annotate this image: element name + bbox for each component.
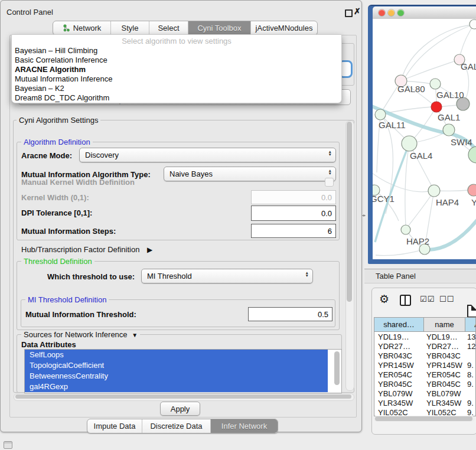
network-icon: [63, 24, 70, 32]
node-label: SWI4: [451, 137, 472, 147]
tab-impute-data[interactable]: Impute Data: [87, 419, 142, 433]
table-row[interactable]: YLR345WYLR345W9.: [374, 398, 475, 407]
table-panel-titlebar: Table Panel: [364, 269, 476, 283]
table-cell: 9.: [465, 399, 476, 407]
node-table[interactable]: shared…nameA YDL19…YDL19…13YDR27…YDR27…1…: [374, 317, 476, 416]
network-node-gal11[interactable]: [375, 109, 386, 120]
tab-jactivemnodules[interactable]: jActiveMNodules: [251, 21, 317, 35]
kernel-width-field[interactable]: 0.0: [251, 190, 336, 204]
table-cell: YBR043C: [374, 351, 424, 360]
table-hscrollbar-thumb[interactable]: [375, 416, 472, 421]
collapsed-arrow-icon[interactable]: ▶: [147, 246, 152, 254]
table-row[interactable]: YBR043CYBR043C: [374, 351, 475, 360]
new-table-icon[interactable]: [467, 305, 476, 318]
algorithm-popup-item[interactable]: Bayesian – K2: [12, 84, 341, 93]
network-node[interactable]: [470, 19, 476, 29]
control-panel-tabbar: Network Style Select Cyni Toolbox jActiv…: [53, 21, 318, 35]
settings-hscrollbar-thumb[interactable]: [15, 394, 351, 399]
tab-network[interactable]: Network: [53, 21, 111, 35]
network-node-hap4[interactable]: [428, 185, 440, 197]
list-vscrollbar-thumb[interactable]: [334, 351, 340, 385]
network-edge[interactable]: [408, 191, 434, 226]
hub-section-toggle[interactable]: Hub/Transcription Factor Definition ▶: [21, 245, 152, 254]
gear-icon[interactable]: ⚙: [379, 294, 389, 305]
data-attributes-list[interactable]: SelfLoopsTopologicalCoefficientBetweenne…: [24, 349, 342, 393]
data-attribute-item[interactable]: SelfLoops: [25, 350, 328, 360]
network-node[interactable]: [468, 146, 476, 163]
tab-style[interactable]: Style: [111, 21, 149, 35]
close-traffic-light[interactable]: [379, 9, 385, 16]
table-row[interactable]: YDR27…YDR27…12: [374, 341, 475, 351]
pane-splitter-handle[interactable]: [361, 213, 366, 219]
combo-arrows-icon: ▲▼: [305, 271, 309, 277]
table-cell: 12: [465, 342, 476, 351]
column-header[interactable]: A: [465, 318, 476, 332]
table-row[interactable]: YER054CYER054C8.: [374, 370, 475, 379]
expanded-arrow-icon[interactable]: ▼: [132, 332, 138, 338]
data-attribute-item[interactable]: gal4RGexp: [25, 381, 328, 392]
algorithm-popup-item[interactable]: Basic Correlation Inference: [12, 56, 341, 65]
network-edge[interactable]: [376, 249, 425, 256]
data-attribute-item[interactable]: TopologicalCoefficient: [25, 360, 328, 371]
which-threshold-combobox[interactable]: MI Threshold ▲▼: [141, 269, 313, 283]
network-node-gal10[interactable]: [430, 79, 441, 89]
node-label: GCY1: [373, 194, 395, 204]
algorithm-popup-item[interactable]: Bayesian – Hill Climbing: [12, 46, 341, 56]
mi-steps-field[interactable]: 6: [251, 224, 336, 238]
network-node-gal1[interactable]: [431, 102, 442, 112]
table-row[interactable]: YBR045CYBR045C9.: [374, 379, 475, 389]
cyni-algorithm-settings-title: Cyni Algorithm Settings: [17, 116, 100, 125]
column-header[interactable]: shared…: [374, 318, 424, 332]
minimize-traffic-light[interactable]: [388, 9, 395, 16]
minimized-window-icon[interactable]: [4, 441, 12, 449]
dpi-tolerance-field[interactable]: 0.0: [251, 206, 336, 221]
settings-hscrollbar-track[interactable]: [14, 393, 354, 401]
algorithm-popup-item[interactable]: Select algorithm to view settings: [12, 37, 341, 46]
sources-title-row[interactable]: Sources for Network Inference ▼: [21, 330, 140, 339]
settings-vscrollbar-thumb[interactable]: [347, 122, 352, 302]
algorithm-popup-item[interactable]: Mutual Information Inference: [12, 74, 341, 84]
column-header[interactable]: name: [424, 318, 465, 332]
float-window-icon[interactable]: [345, 9, 353, 17]
data-attribute-item[interactable]: BetweennessCentrality: [25, 371, 328, 381]
network-node-y[interactable]: [468, 184, 476, 196]
apply-button[interactable]: Apply: [160, 402, 200, 416]
table-cell: YLR345W: [424, 399, 465, 407]
network-edge-highlighted[interactable]: [425, 219, 476, 250]
table-hscrollbar-track[interactable]: [374, 416, 475, 422]
table-header-row: shared…nameA: [374, 318, 475, 332]
network-node-gal4[interactable]: [402, 136, 417, 151]
network-edge[interactable]: [401, 25, 472, 81]
checked-pair-icon[interactable]: ☑☑: [420, 295, 435, 304]
close-icon[interactable]: ✗: [354, 6, 361, 16]
tab-discretize-data[interactable]: Discretize Data: [142, 419, 211, 433]
table-row[interactable]: YBL079WYBL079W: [374, 389, 475, 398]
algorithm-popup-item[interactable]: ARACNE Algorithm: [12, 65, 341, 74]
network-node-hap2[interactable]: [401, 225, 410, 234]
mi-algorithm-type-combobox[interactable]: Naive Bayes ▲▼: [164, 167, 336, 181]
aracne-mode-combobox[interactable]: Discovery ▲▼: [79, 148, 336, 162]
network-edge[interactable]: [406, 60, 459, 79]
unchecked-pair-icon[interactable]: ☐☐: [439, 295, 454, 304]
network-edge[interactable]: [405, 144, 409, 226]
algorithm-popup-item[interactable]: Dream8 DC_TDC Algorithm: [12, 93, 341, 103]
node-label: GAL11: [379, 120, 406, 130]
zoom-traffic-light[interactable]: [397, 9, 404, 16]
tab-select[interactable]: Select: [149, 21, 188, 35]
column-view-icon[interactable]: [400, 295, 411, 306]
mutual-information-threshold-field[interactable]: 0.5: [248, 307, 332, 321]
tab-cyni-toolbox[interactable]: Cyni Toolbox: [188, 21, 251, 35]
table-row[interactable]: YIL052CYIL052C9.: [374, 407, 475, 416]
network-window-titlebar[interactable]: [373, 6, 476, 19]
manual-kernel-checkbox[interactable]: [325, 178, 334, 187]
node-label: HAP2: [406, 236, 429, 246]
table-row[interactable]: YDL19…YDL19…13: [374, 332, 475, 341]
network-canvas[interactable]: GAL7GAL80GAL10GAL1GAL11SWI4GAL4GCY1HAP4Y…: [373, 19, 476, 259]
table-panel-title: Table Panel: [376, 272, 416, 281]
network-edge[interactable]: [373, 171, 429, 192]
table-cell: YBR043C: [424, 351, 465, 360]
network-node-swi4[interactable]: [443, 124, 455, 136]
table-row[interactable]: YPR145WYPR145W9.: [374, 360, 475, 370]
node-label: GAL7: [461, 61, 476, 71]
tab-infer-network[interactable]: Infer Network: [211, 419, 278, 433]
